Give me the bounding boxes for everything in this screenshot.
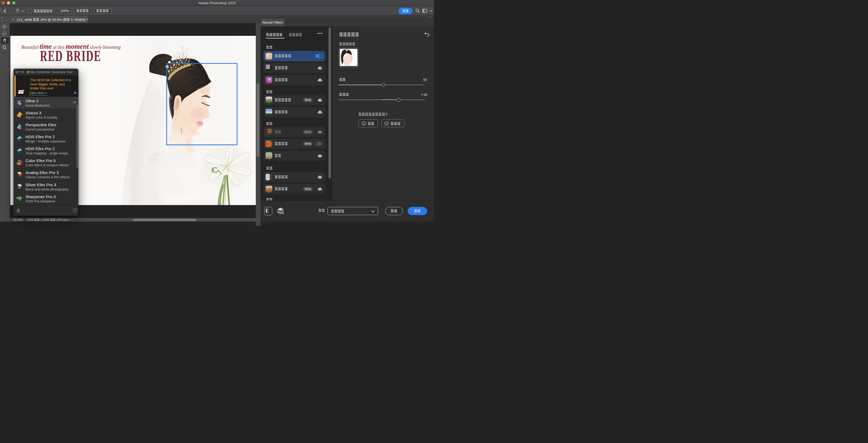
- svg-text:RED BRIDE: RED BRIDE: [40, 48, 101, 64]
